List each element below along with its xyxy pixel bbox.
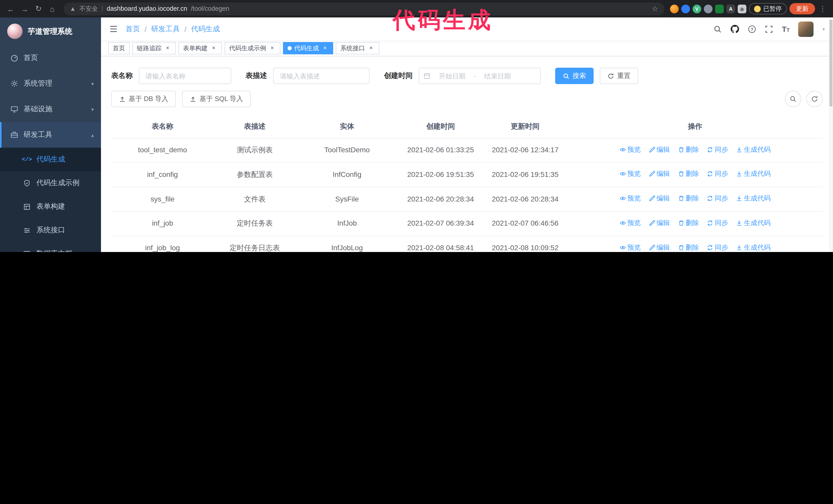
sidebar-item-form-builder[interactable]: 表单构建 [0,195,101,218]
close-icon[interactable]: × [164,45,171,52]
import-db-button[interactable]: 基于 DB 导入 [111,91,176,107]
reset-button[interactable]: 重置 [600,68,638,84]
cell-table-name: inf_job [111,212,214,236]
table-row: sys_file 文件表 SysFile 2021-02-06 20:28:34… [111,187,823,212]
cell-actions: 预览 编辑 删除 同步 生成代码 [568,187,823,212]
fullscreen-icon[interactable] [765,25,773,33]
edit-link[interactable]: 编辑 [649,144,670,154]
col-actions: 操作 [568,115,823,138]
toggle-search-button[interactable] [785,91,801,107]
edit-link[interactable]: 编辑 [649,193,670,203]
create-time-label: 创建时间 [384,71,413,80]
table-name-input[interactable] [139,68,231,84]
delete-link[interactable]: 删除 [678,144,699,154]
tab-codegen-example[interactable]: 代码生成示例 × [224,42,280,54]
extension-icon-4[interactable] [704,4,713,13]
delete-link[interactable]: 删除 [678,169,699,179]
paused-badge[interactable]: 已暂停 [749,3,787,14]
close-icon[interactable]: × [269,45,276,52]
page-scrollbar[interactable] [829,18,833,252]
extension-icon-3[interactable]: V [693,4,701,13]
preview-link[interactable]: 预览 [619,169,641,179]
edit-link[interactable]: 编辑 [649,242,670,252]
search-icon[interactable] [714,25,722,33]
preview-link[interactable]: 预览 [619,218,641,228]
range-separator: - [474,72,476,80]
delete-link[interactable]: 删除 [678,193,699,203]
app-title: 芋道管理系统 [28,26,72,36]
back-button[interactable]: ← [5,4,17,13]
update-button[interactable]: 更新 [789,3,815,14]
generate-code-link[interactable]: 生成代码 [736,242,771,252]
sidebar-item-system[interactable]: 系统管理 ▾ [0,71,101,96]
bookmark-star-icon[interactable]: ☆ [652,5,658,13]
search-button[interactable]: 搜索 [555,68,594,84]
sync-link[interactable]: 同步 [707,193,728,203]
table-body: tool_test_demo 测试示例表 ToolTestDemo 2021-0… [111,138,823,252]
delete-link[interactable]: 删除 [678,218,699,228]
edit-link[interactable]: 编辑 [649,169,670,179]
help-icon[interactable]: ? [748,25,756,33]
annotation-text: 代码生成 [392,5,493,35]
start-date-input[interactable] [433,72,472,80]
tab-home[interactable]: 首页 [108,42,130,54]
font-size-icon[interactable]: TT [782,25,790,33]
sidebar-item-system-api[interactable]: 系统接口 [0,218,101,242]
sync-link[interactable]: 同步 [707,169,728,179]
sidebar-item-infra[interactable]: 基础设施 ▾ [0,96,101,122]
smiley-icon [754,5,761,12]
generate-code-link[interactable]: 生成代码 [736,144,771,154]
date-range-picker[interactable]: - [419,68,541,84]
home-button[interactable]: ⌂ [47,4,58,13]
sidebar-item-codegen[interactable]: </> 代码生成 [0,148,101,171]
close-icon[interactable]: × [367,45,375,52]
paused-badge-label: 已暂停 [763,4,782,13]
cell-entity: InfConfig [296,163,398,187]
tab-codegen[interactable]: 代码生成 × [283,42,333,54]
address-bar[interactable]: ▲︎ 不安全 | dashboard.yudao.iocoder.cn /too… [64,2,664,15]
extension-icon-2[interactable] [681,4,690,13]
sync-link[interactable]: 同步 [707,242,728,252]
breadcrumb-home[interactable]: 首页 [125,24,140,33]
end-date-input[interactable] [478,72,517,80]
extension-icon-5[interactable] [715,4,724,13]
import-sql-button[interactable]: 基于 SQL 导入 [182,91,251,107]
preview-link[interactable]: 预览 [619,242,641,252]
avatar-caret-icon[interactable]: ▾ [823,26,825,31]
menu-fold-icon[interactable] [109,25,118,33]
browser-menu-icon[interactable]: ⋮ [818,5,828,13]
tab-form-builder[interactable]: 表单构建 × [178,42,222,54]
cell-actions: 预览 编辑 删除 同步 生成代码 [568,236,823,252]
code-icon: </> [23,155,31,164]
github-icon[interactable] [731,25,739,33]
user-avatar[interactable] [799,21,814,37]
url-host: dashboard.yudao.iocoder.cn [106,5,187,12]
sidebar-item-db-doc[interactable]: 数据库文档 [0,242,101,252]
sidebar-item-home[interactable]: 首页 [0,45,101,71]
extension-icon-1[interactable] [670,4,679,13]
sidebar-item-dev-tools[interactable]: 研发工具 ▴ [0,122,101,148]
sidebar-item-codegen-example[interactable]: 代码生成示例 [0,171,101,195]
breadcrumb-dev-tools[interactable]: 研发工具 [151,24,180,33]
preview-link[interactable]: 预览 [619,144,641,154]
close-icon[interactable]: × [322,45,329,52]
generate-code-link[interactable]: 生成代码 [736,169,771,179]
preview-link[interactable]: 预览 [619,193,641,203]
extension-icon-7[interactable]: ◉ [738,4,746,13]
edit-link[interactable]: 编辑 [649,218,670,228]
tab-system-api[interactable]: 系统接口 × [336,42,379,54]
scrollbar-thumb[interactable] [829,20,832,106]
extension-icon-6[interactable]: A [727,4,735,13]
sync-link[interactable]: 同步 [707,144,728,154]
delete-link[interactable]: 删除 [678,242,699,252]
reload-button[interactable]: ↻ [33,4,44,13]
generate-code-link[interactable]: 生成代码 [736,193,771,203]
forward-button[interactable]: → [19,4,30,13]
generate-code-link[interactable]: 生成代码 [736,218,771,228]
sync-link[interactable]: 同步 [707,218,728,228]
cell-actions: 预览 编辑 删除 同步 生成代码 [568,163,823,187]
tab-trace[interactable]: 链路追踪 × [132,42,176,54]
close-icon[interactable]: × [210,45,217,52]
table-desc-input[interactable] [273,68,370,84]
refresh-table-button[interactable] [806,91,823,107]
